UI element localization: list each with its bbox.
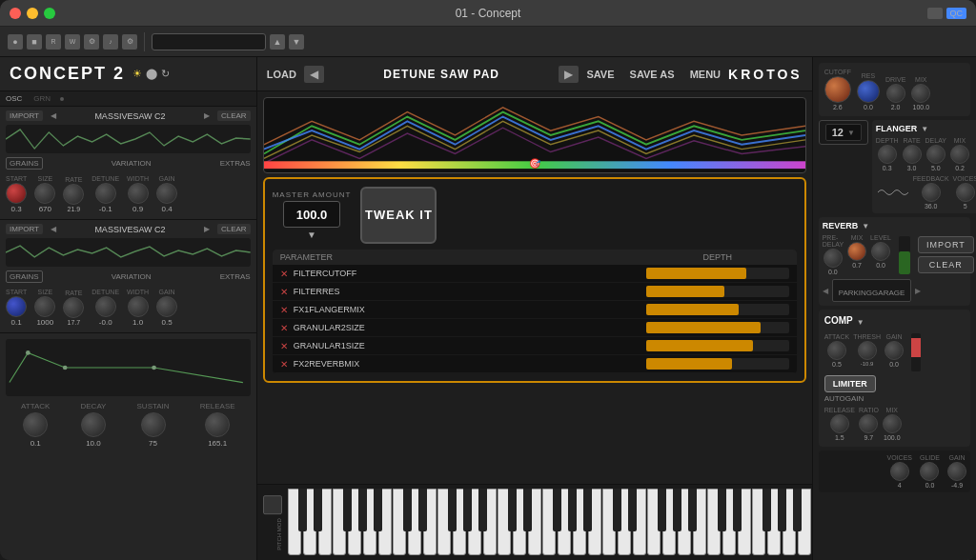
black-key[interactable] [523,489,532,531]
black-key[interactable] [688,489,697,531]
black-key[interactable] [374,489,382,531]
black-key[interactable] [568,489,577,531]
param-remove-icon[interactable]: ✕ [280,305,288,315]
osc1-start-knob[interactable] [6,183,27,204]
release-knob[interactable] [205,412,230,437]
save-button[interactable]: SAVE [586,69,614,80]
write-icon[interactable]: W [65,34,80,50]
black-key[interactable] [314,489,322,531]
gain-knob[interactable] [947,462,966,481]
master-amount-display[interactable]: 100.0 [283,201,340,228]
osc1-gain-knob[interactable] [156,183,177,204]
black-key[interactable] [733,489,742,531]
reverb-dropdown[interactable]: ▼ [862,222,869,230]
pitch-mod-button[interactable] [263,495,282,514]
config-icon[interactable]: ⚙ [122,34,137,50]
black-key[interactable] [508,489,517,531]
midi-icon[interactable]: ♪ [103,34,118,50]
param-remove-icon[interactable]: ✕ [280,359,288,370]
black-key[interactable] [298,489,307,531]
black-key[interactable] [673,489,681,531]
flanger-dropdown[interactable]: ▼ [921,125,928,133]
comp-gain-knob[interactable] [884,341,904,360]
glide-knob[interactable] [920,462,939,481]
flanger-voices-knob[interactable] [956,183,975,202]
param-depth-bar[interactable] [646,322,789,333]
flanger-depth-knob[interactable] [878,145,897,164]
black-key[interactable] [403,489,412,531]
param-depth-bar[interactable] [646,340,789,351]
osc2-detune-knob[interactable] [95,296,116,317]
limiter-button[interactable]: LIMITER [824,375,876,392]
tweak-it-button[interactable]: TWEAK IT [360,187,437,244]
minimize-button[interactable] [27,8,38,19]
param-depth-bar[interactable] [646,268,789,279]
black-key[interactable] [478,489,487,531]
param-depth-bar[interactable] [646,304,789,315]
close-button[interactable] [10,8,21,19]
drive-knob[interactable] [886,84,905,103]
black-key[interactable] [463,489,472,531]
maximize-button[interactable] [44,8,55,19]
comp-release-knob[interactable] [830,414,849,433]
osc2-size-knob[interactable] [34,296,55,317]
black-key[interactable] [418,489,427,531]
toolbar-input[interactable] [152,33,266,50]
osc-tab[interactable]: OSC [0,94,28,103]
param-remove-icon[interactable]: ✕ [280,287,288,297]
prev-preset-button[interactable]: ◀ [304,66,324,83]
reverb-level-knob[interactable] [871,242,890,261]
comp-attack-knob[interactable] [827,341,846,360]
osc1-rate-knob[interactable] [63,184,84,205]
osc1-width-knob[interactable] [128,183,149,204]
param-remove-icon[interactable]: ✕ [280,269,288,279]
mix-cutoff-knob[interactable] [911,84,930,103]
up-icon[interactable]: ▲ [270,34,285,50]
flanger-mix-knob[interactable] [950,145,969,164]
settings-icon[interactable]: ⚙ [84,34,99,50]
black-key[interactable] [553,489,561,531]
black-key[interactable] [793,489,802,531]
param-depth-bar[interactable] [646,358,789,370]
param-depth-bar[interactable] [646,286,789,297]
comp-thresh-knob[interactable] [858,341,877,360]
comp-ratio-knob[interactable] [859,414,878,433]
stop-icon[interactable]: ■ [27,34,42,50]
comp-dropdown[interactable]: ▼ [857,318,864,327]
grn-tab[interactable]: GRN [28,94,56,103]
sustain-knob[interactable] [141,412,166,437]
reverb-mix-knob[interactable] [847,242,866,261]
black-key[interactable] [628,489,637,531]
reverb-predelay-knob[interactable] [824,249,843,268]
load-button[interactable]: LOAD [267,69,296,80]
osc2-clear-button[interactable]: CLEAR [217,224,251,234]
osc1-import-button[interactable]: IMPORT [6,110,43,121]
down-icon[interactable]: ▼ [289,34,304,50]
black-key[interactable] [448,489,457,531]
black-key[interactable] [778,489,786,531]
flanger-rate-knob[interactable] [903,145,922,164]
param-remove-icon[interactable]: ✕ [280,323,288,333]
menu-button[interactable]: MENU [690,69,721,80]
next-preset-button[interactable]: ▶ [559,66,579,83]
cutoff-knob[interactable] [824,76,851,103]
comp-mix-knob[interactable] [883,414,902,433]
voices-knob[interactable] [890,462,909,481]
reverb-import-button[interactable]: IMPORT [918,236,974,253]
osc1-size-knob[interactable] [34,183,55,204]
param-remove-icon[interactable]: ✕ [280,341,288,351]
osc1-clear-button[interactable]: CLEAR [217,110,251,121]
reverb-clear-button[interactable]: CLEAR [918,256,974,273]
black-key[interactable] [343,489,352,531]
black-key[interactable] [613,489,621,531]
black-key[interactable] [658,489,666,531]
decay-knob[interactable] [81,412,106,437]
osc2-import-button[interactable]: IMPORT [6,224,43,234]
black-key[interactable] [718,489,726,531]
osc2-width-knob[interactable] [128,296,149,317]
black-key[interactable] [762,489,771,531]
res-knob[interactable] [857,80,880,103]
osc2-gain-knob[interactable] [156,296,177,317]
black-key[interactable] [583,489,592,531]
attack-knob[interactable] [23,412,48,437]
